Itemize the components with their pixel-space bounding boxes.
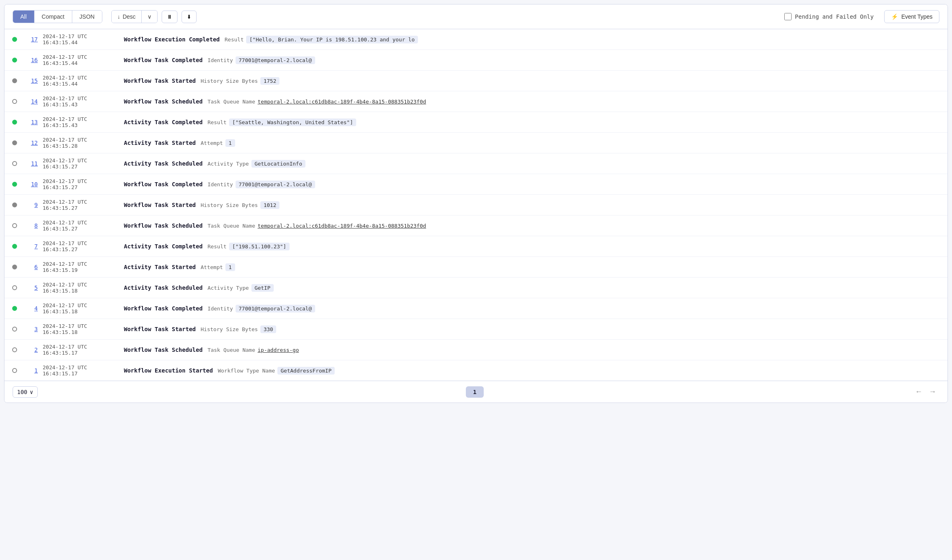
timeline-dot [12,120,17,125]
event-meta: Attempt1 [201,263,235,271]
event-id[interactable]: 4 [25,305,38,312]
meta-value[interactable]: ip-address-go [257,347,299,353]
view-json-button[interactable]: JSON [72,11,102,23]
event-id[interactable]: 9 [25,202,38,208]
pause-icon: ⏸ [167,14,172,20]
event-types-button[interactable]: ⚡ Event Types [884,10,939,23]
event-meta: Identity77001@temporal-2.local@ [208,305,315,312]
event-id[interactable]: 10 [25,181,38,187]
timeline-dot [12,99,17,104]
event-id[interactable]: 13 [25,119,38,125]
event-name: Activity Task Scheduled [124,160,203,167]
meta-label: Task Queue Name [208,347,255,353]
view-all-button[interactable]: All [13,11,35,23]
timeline-col [4,223,25,228]
meta-value[interactable]: temporal-2.local:c61db8ac-189f-4b4e-8a15… [257,99,426,105]
event-name: Workflow Task Started [124,326,196,332]
prev-page-button[interactable]: ← [912,386,926,398]
event-meta: History Size Bytes1012 [201,201,279,209]
meta-value: GetIP [251,284,274,292]
event-id[interactable]: 2 [25,347,38,353]
event-time: 2024-12-17 UTC 16:43:15.44 [43,33,124,45]
event-name: Workflow Task Scheduled [124,222,203,229]
timeline-col [4,368,25,373]
table-row: 42024-12-17 UTC 16:43:15.18Workflow Task… [4,298,948,319]
table-row: 122024-12-17 UTC 16:43:15.28Activity Tas… [4,133,948,153]
pending-failed-label: Pending and Failed Only [795,13,874,20]
meta-label: History Size Bytes [201,78,258,84]
meta-label: Task Queue Name [208,223,255,229]
download-icon: ⬇ [187,14,191,20]
meta-value: ["Seattle, Washington, United States"] [229,118,356,126]
timeline-dot [12,37,17,42]
sort-desc-button[interactable]: ↓ Desc [112,11,142,23]
pending-failed-checkbox[interactable] [784,13,792,20]
pause-button[interactable]: ⏸ [162,11,177,23]
event-time: 2024-12-17 UTC 16:43:15.27 [43,178,124,190]
timeline-dot [12,285,17,290]
table-row: 52024-12-17 UTC 16:43:15.18Activity Task… [4,278,948,298]
meta-value[interactable]: temporal-2.local:c61db8ac-189f-4b4e-8a15… [257,223,426,229]
meta-label: Identity [208,306,233,312]
timeline-col [4,202,25,207]
table-row: 62024-12-17 UTC 16:43:15.19Activity Task… [4,257,948,278]
event-id[interactable]: 16 [25,57,38,63]
event-name: Workflow Task Completed [124,181,203,187]
event-id[interactable]: 1 [25,367,38,374]
event-name: Workflow Task Started [124,78,196,84]
meta-label: History Size Bytes [201,326,258,332]
meta-value: GetLocationInfo [251,160,305,168]
pending-failed-checkbox-label[interactable]: Pending and Failed Only [784,13,874,20]
timeline-col [4,120,25,125]
sort-down-icon: ↓ [117,13,120,20]
table-row: 172024-12-17 UTC 16:43:15.44Workflow Exe… [4,29,948,50]
toolbar: All Compact JSON ↓ Desc ∨ ⏸ ⬇ Pending an… [4,4,948,29]
sort-expand-button[interactable]: ∨ [142,11,157,23]
event-id[interactable]: 15 [25,78,38,84]
event-id[interactable]: 17 [25,36,38,43]
event-name: Workflow Task Scheduled [124,98,203,105]
timeline-dot [12,265,17,269]
timeline-col [4,99,25,104]
event-name: Workflow Task Scheduled [124,347,203,353]
event-meta: Activity TypeGetLocationInfo [208,160,305,168]
meta-value: 330 [260,325,276,333]
table-row: 142024-12-17 UTC 16:43:15.43Workflow Tas… [4,91,948,112]
event-types-label: Event Types [901,13,933,20]
event-meta: Result["Hello, Brian. Your IP is 198.51.… [225,36,418,43]
timeline-col [4,306,25,311]
table-row: 72024-12-17 UTC 16:43:15.27Activity Task… [4,236,948,257]
meta-label: Result [208,119,227,125]
event-id[interactable]: 6 [25,264,38,270]
event-id[interactable]: 12 [25,140,38,146]
timeline-dot [12,182,17,187]
timeline-dot [12,161,17,166]
meta-label: Result [208,243,227,250]
meta-label: Workflow Type Name [218,368,275,374]
timeline-col [4,140,25,145]
event-name: Workflow Task Started [124,202,196,208]
event-id[interactable]: 8 [25,222,38,229]
event-id[interactable]: 7 [25,243,38,250]
event-name: Activity Task Started [124,140,196,146]
meta-label: Activity Type [208,285,249,291]
event-id[interactable]: 3 [25,326,38,332]
timeline-dot [12,140,17,145]
meta-label: Task Queue Name [208,99,255,105]
event-meta: History Size Bytes330 [201,325,276,333]
event-id[interactable]: 5 [25,284,38,291]
event-meta: Result["Seattle, Washington, United Stat… [208,118,356,126]
event-id[interactable]: 14 [25,98,38,105]
event-name: Workflow Execution Started [124,367,213,374]
event-id[interactable]: 11 [25,160,38,167]
timeline-dot [12,58,17,62]
event-list: 172024-12-17 UTC 16:43:15.44Workflow Exe… [4,29,948,381]
next-page-button[interactable]: → [926,386,939,398]
per-page-select[interactable]: 100 ∨ [13,386,38,398]
view-compact-button[interactable]: Compact [35,11,72,23]
table-row: 92024-12-17 UTC 16:43:15.27Workflow Task… [4,195,948,215]
download-button[interactable]: ⬇ [182,11,197,23]
event-meta: Task Queue Nametemporal-2.local:c61db8ac… [208,99,426,105]
meta-value: GetAddressFromIP [277,367,335,375]
per-page-chevron: ∨ [30,389,33,395]
